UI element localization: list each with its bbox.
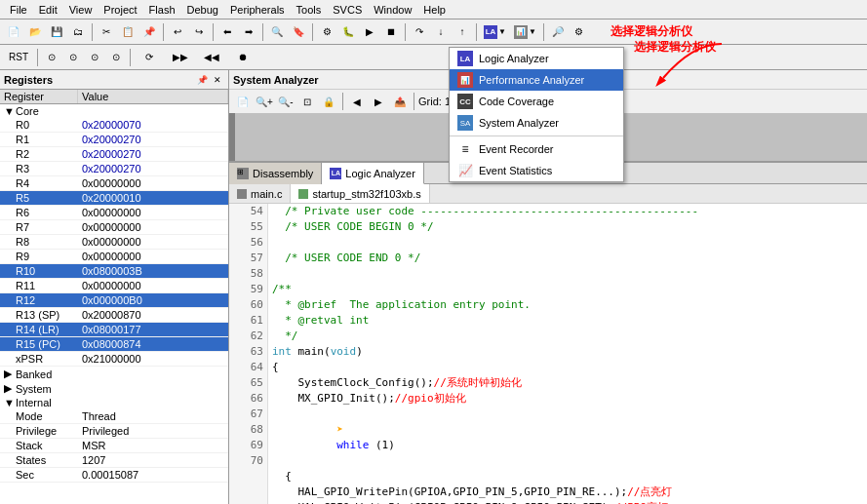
reg-r0[interactable]: R00x20000070 [0, 118, 228, 133]
copy-button[interactable]: 📋 [118, 22, 138, 42]
sa-lock-button[interactable]: 🔒 [319, 92, 338, 111]
group-system[interactable]: ▶ System [0, 381, 228, 396]
sa-zoom-in-button[interactable]: 🔍+ [255, 92, 274, 111]
more-tools-button[interactable]: 📊 ▼ [511, 22, 539, 42]
dropdown-code-coverage[interactable]: CC Code Coverage [450, 91, 623, 112]
sa-export-button[interactable]: 📤 [390, 92, 410, 111]
t2-btn3[interactable]: ⊙ [85, 48, 104, 67]
undo-button[interactable]: ↩ [168, 22, 187, 42]
registers-close-button[interactable]: ✕ [211, 73, 224, 87]
stop-button[interactable]: ⏹ [381, 22, 401, 42]
t2-btn2[interactable]: ⊙ [63, 48, 83, 67]
settings-button[interactable]: ⚙ [570, 22, 589, 42]
menu-debug[interactable]: Debug [181, 2, 224, 18]
internal-stack[interactable]: Stack MSR [0, 439, 228, 453]
t2-btn7[interactable]: ◀◀ [197, 48, 226, 67]
internal-sec[interactable]: Sec 0.00015087 [0, 468, 228, 483]
expand-core-icon[interactable]: ▼ [4, 105, 16, 117]
sa-next-button[interactable]: ▶ [369, 92, 388, 111]
nav-forward-button[interactable]: ➡ [239, 22, 258, 42]
reg-r1[interactable]: R10x20000270 [0, 133, 228, 147]
menu-view[interactable]: View [63, 2, 99, 18]
step-into-button[interactable]: ↓ [431, 22, 451, 42]
expand-internal-icon[interactable]: ▼ [4, 397, 16, 408]
internal-mode[interactable]: Mode Thread [0, 409, 228, 424]
analyzer-scroll-handle[interactable] [229, 113, 235, 161]
reg-r9[interactable]: R90x00000000 [0, 250, 228, 264]
reg-xpsr[interactable]: xPSR0x21000000 [0, 352, 228, 367]
step-over-button[interactable]: ↷ [410, 22, 429, 42]
zoom-button[interactable]: 🔎 [548, 22, 568, 42]
bookmark-button[interactable]: 🔖 [289, 22, 308, 42]
group-core[interactable]: ▼ Core [0, 104, 228, 118]
menu-peripherals[interactable]: Peripherals [224, 2, 291, 18]
reg-r11[interactable]: R110x00000000 [0, 279, 228, 293]
dropdown-system-analyzer[interactable]: SA System Analyzer [450, 112, 623, 134]
reg-r10[interactable]: R100x0800003B [0, 264, 228, 279]
t2-btn6[interactable]: ▶▶ [166, 48, 195, 67]
menu-project[interactable]: Project [98, 2, 142, 18]
col-value: Value [78, 90, 228, 103]
analyzer-dropdown-button[interactable]: LA ▼ [481, 22, 509, 42]
reg-r12[interactable]: R120x000000B0 [0, 293, 228, 308]
file-tab-main[interactable]: main.c [229, 184, 291, 203]
reg-r3[interactable]: R30x20000270 [0, 162, 228, 176]
sa-prev-button[interactable]: ◀ [347, 92, 367, 111]
new-button[interactable]: 📄 [4, 22, 23, 42]
dropdown-event-recorder[interactable]: ≡ Event Recorder [450, 138, 623, 160]
file-tab-startup[interactable]: startup_stm32f103xb.s [291, 184, 429, 203]
expand-system-icon[interactable]: ▶ [4, 382, 16, 395]
run-button[interactable]: ▶ [360, 22, 379, 42]
menu-window[interactable]: Window [368, 2, 417, 18]
reg-r8[interactable]: R80x00000000 [0, 235, 228, 250]
tab-disassembly[interactable]: ⊞ Disassembly [229, 163, 322, 184]
step-out-button[interactable]: ↑ [453, 22, 472, 42]
code-content[interactable]: /* Private user code -------------------… [268, 204, 867, 504]
reg-r14[interactable]: R14 (LR)0x08000177 [0, 323, 228, 337]
find-button[interactable]: 🔍 [267, 22, 287, 42]
expand-banked-icon[interactable]: ▶ [4, 368, 16, 380]
t2-btn5[interactable]: ⟳ [135, 48, 164, 67]
sa-fit-button[interactable]: ⊡ [297, 92, 317, 111]
menu-tools[interactable]: Tools [291, 2, 328, 18]
dropdown-logic-analyzer[interactable]: LA Logic Analyzer [450, 48, 623, 69]
dropdown-event-statistics[interactable]: 📈 Event Statistics [450, 160, 623, 181]
reg-r5[interactable]: R50x20000010 [0, 191, 228, 206]
build-button[interactable]: ⚙ [317, 22, 336, 42]
reg-r6[interactable]: R60x00000000 [0, 206, 228, 220]
internal-states[interactable]: States 1207 [0, 453, 228, 468]
tab-logic-analyzer[interactable]: LA Logic Analyzer [322, 163, 424, 184]
menu-flash[interactable]: Flash [143, 2, 181, 18]
menu-svcs[interactable]: SVCS [327, 2, 368, 18]
open-button[interactable]: 📂 [25, 22, 45, 42]
line-num-66: 66 [233, 391, 263, 407]
registers-dock-button[interactable]: 📌 [195, 73, 209, 87]
redo-button[interactable]: ↪ [189, 22, 209, 42]
sa-zoom-out-button[interactable]: 🔍- [276, 92, 296, 111]
t2-btn8[interactable]: ⏺ [228, 48, 257, 67]
group-internal[interactable]: ▼ Internal [0, 396, 228, 409]
nav-back-button[interactable]: ⬅ [217, 22, 237, 42]
cut-button[interactable]: ✂ [97, 22, 116, 42]
menu-file[interactable]: File [4, 2, 33, 18]
reg-r7[interactable]: R70x00000000 [0, 220, 228, 235]
t2-btn4[interactable]: ⊙ [106, 48, 126, 67]
reg-r13[interactable]: R13 (SP)0x20000870 [0, 308, 228, 323]
debug-button[interactable]: 🐛 [338, 22, 358, 42]
internal-privilege[interactable]: Privilege Privileged [0, 424, 228, 439]
reg-r4[interactable]: R40x00000000 [0, 176, 228, 191]
reg-r2[interactable]: R20x20000270 [0, 147, 228, 162]
save-all-button[interactable]: 🗂 [68, 22, 88, 42]
save-button[interactable]: 💾 [47, 22, 66, 42]
reg-r12-value: 0x000000B0 [78, 293, 146, 307]
menu-edit[interactable]: Edit [33, 2, 63, 18]
t2-btn1[interactable]: ⊙ [42, 48, 61, 67]
reg-r15[interactable]: R15 (PC)0x08000874 [0, 337, 228, 352]
sa-new-button[interactable]: 📄 [233, 92, 253, 111]
dropdown-performance-analyzer[interactable]: 📊 Performance Analyzer [450, 69, 623, 91]
rst-button[interactable]: RST [4, 48, 33, 67]
internal-states-value: 1207 [82, 454, 105, 466]
group-banked[interactable]: ▶ Banked [0, 367, 228, 381]
paste-button[interactable]: 📌 [139, 22, 159, 42]
menu-help[interactable]: Help [417, 2, 452, 18]
